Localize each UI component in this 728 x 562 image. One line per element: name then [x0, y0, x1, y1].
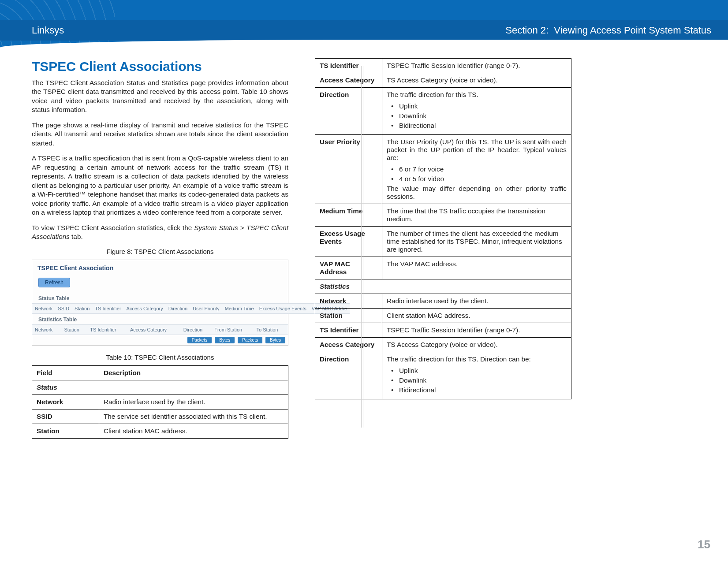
row-desc: The traffic direction for this TS. Direc…	[382, 352, 571, 399]
fig-pill: Bytes	[215, 337, 235, 343]
fig-col: Network	[32, 303, 55, 313]
up-outro: The value may differ depending on other …	[387, 185, 567, 201]
table-row: Access Category TS Access Category (voic…	[315, 73, 571, 88]
table-row: Excess Usage Events The number of times …	[315, 227, 571, 257]
row-desc: Client station MAC address.	[382, 309, 571, 323]
fig-status-label: Status Table	[32, 293, 288, 303]
row-label: Station	[315, 309, 382, 323]
intro-para-4: To view TSPEC Client Association statist…	[32, 223, 288, 242]
direction2-intro: The traffic direction for this TS. Direc…	[387, 355, 531, 363]
fig-pill: Bytes	[265, 337, 285, 343]
section-status: Status	[32, 380, 288, 395]
row-label: Access Category	[315, 338, 382, 352]
direction2-list: Uplink Downlink Bidirectional	[391, 366, 567, 395]
table-row: TS Identifier TSPEC Traffic Session Iden…	[315, 323, 571, 338]
table-10-right: TS Identifier TSPEC Traffic Session Iden…	[315, 58, 571, 399]
left-column: TSPEC Client Associations The TSPEC Clie…	[32, 58, 288, 439]
fig-col: User Priority	[190, 303, 222, 313]
table-10-left: Field Description Status Network Radio i…	[32, 365, 288, 439]
intro-para-1: The TSPEC Client Association Status and …	[32, 78, 288, 115]
row-label: Direction	[315, 88, 382, 135]
col-field: Field	[32, 365, 99, 380]
row-desc: Radio interface used by the client.	[382, 294, 571, 309]
row-desc: The VAP MAC address.	[382, 257, 571, 279]
figure-caption: Figure 8: TSPEC Client Associations	[32, 248, 288, 255]
row-desc: Client station MAC address.	[99, 424, 288, 438]
fig-pill-row: Packets Bytes Packets Bytes	[32, 335, 288, 345]
list-item: Uplink	[391, 366, 567, 376]
fig-col: TS Identifier	[87, 324, 127, 335]
list-item: Bidirectional	[391, 385, 567, 395]
fig-stats-label: Statistics Table	[32, 314, 288, 324]
section-statistics: Statistics	[315, 279, 571, 294]
table-row: VAP MAC Address The VAP MAC address.	[315, 257, 571, 279]
table-row: User Priority The User Priority (UP) for…	[315, 135, 571, 204]
fig-col: Direction	[166, 303, 190, 313]
row-desc: The service set identifier associated wi…	[99, 409, 288, 424]
fig-col: Direction	[181, 324, 212, 335]
fig-col: Station	[62, 324, 88, 335]
fig-col: Access Category	[124, 303, 166, 313]
intro-para-3: A TSPEC is a traffic specification that …	[32, 154, 288, 217]
row-desc: The time that the TS traffic occupies th…	[382, 204, 571, 227]
fig-col: From Station	[212, 324, 254, 335]
table-row: Direction The traffic direction for this…	[315, 352, 571, 399]
list-item: Uplink	[391, 101, 567, 111]
up-list: 6 or 7 for voice 4 or 5 for video	[391, 164, 567, 184]
figure-8-screenshot: TSPEC Client Association Refresh Status …	[32, 260, 288, 346]
row-label: User Priority	[315, 135, 382, 204]
header-bar: Linksys Section 2: Viewing Access Point …	[0, 20, 728, 41]
fig-col: Network	[32, 324, 62, 335]
col-description: Description	[99, 365, 288, 380]
banner-curve	[0, 40, 728, 48]
page-body: TSPEC Client Associations The TSPEC Clie…	[0, 48, 728, 439]
table-row: TS Identifier TSPEC Traffic Session Iden…	[315, 59, 571, 73]
row-label: TS Identifier	[315, 323, 382, 338]
table-row: Medium Time The time that the TS traffic…	[315, 204, 571, 227]
row-desc: The traffic direction for this TS. Uplin…	[382, 88, 571, 135]
list-item: 4 or 5 for video	[391, 174, 567, 184]
fig-col: To Station	[254, 324, 288, 335]
row-desc: The User Priority (UP) for this TS. The …	[382, 135, 571, 204]
row-label: Medium Time	[315, 204, 382, 227]
row-desc: The number of times the client has excee…	[382, 227, 571, 257]
intro-para-4-post: tab.	[70, 233, 83, 240]
fig-col: TS Identifier	[92, 303, 123, 313]
table-row: Direction The traffic direction for this…	[315, 88, 571, 135]
row-label: SSID	[32, 409, 99, 424]
fig-pill: Packets	[187, 337, 212, 343]
column-gutter	[361, 66, 362, 428]
table-row: Network Radio interface used by the clie…	[315, 294, 571, 309]
row-desc: TS Access Category (voice or video).	[382, 338, 571, 352]
direction-intro: The traffic direction for this TS.	[387, 91, 478, 98]
row-label: Station	[32, 424, 99, 438]
table-row: Network Radio interface used by the clie…	[32, 395, 288, 409]
intro-para-4-pre: To view TSPEC Client Association statist…	[32, 224, 194, 231]
table-row: SSID The service set identifier associat…	[32, 409, 288, 424]
fig-stats-table: Network Station TS Identifier Access Cat…	[32, 324, 288, 345]
intro-para-2: The page shows a real-time display of tr…	[32, 121, 288, 148]
table-row: Station Client station MAC address.	[315, 309, 571, 323]
row-desc: TS Access Category (voice or video).	[382, 73, 571, 88]
fig-title: TSPEC Client Association	[32, 260, 288, 278]
list-item: Downlink	[391, 376, 567, 385]
right-column: TS Identifier TSPEC Traffic Session Iden…	[315, 58, 571, 439]
brand-label: Linksys	[32, 25, 64, 36]
fig-col: Excess Usage Events	[257, 303, 309, 313]
row-label: TS Identifier	[315, 59, 382, 73]
row-label: Direction	[315, 352, 382, 399]
section-label: Section 2: Viewing Access Point System S…	[505, 25, 711, 36]
fig-col: SSID	[55, 303, 72, 313]
table-row: Station Client station MAC address.	[32, 424, 288, 438]
page-number: 15	[698, 538, 710, 551]
refresh-button[interactable]: Refresh	[38, 278, 70, 287]
row-label: Network	[315, 294, 382, 309]
row-label: Access Category	[315, 73, 382, 88]
row-desc: Radio interface used by the client.	[99, 395, 288, 409]
row-label: Excess Usage Events	[315, 227, 382, 257]
up-intro: The User Priority (UP) for this TS. The …	[387, 138, 567, 162]
table-caption: Table 10: TSPEC Client Associations	[32, 354, 288, 361]
fig-col: Medium Time	[222, 303, 257, 313]
list-item: 6 or 7 for voice	[391, 164, 567, 174]
row-label: VAP MAC Address	[315, 257, 382, 279]
